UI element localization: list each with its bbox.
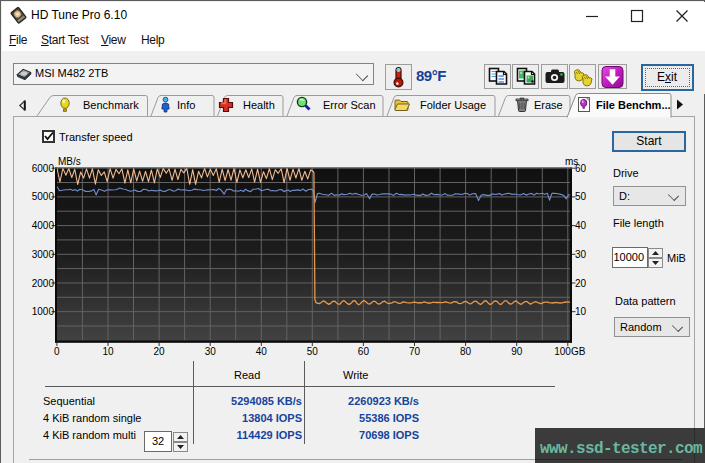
svg-text:70: 70 — [409, 346, 421, 357]
svg-text:Benchmark: Benchmark — [83, 99, 139, 111]
svg-text:2000: 2000 — [32, 278, 55, 289]
svg-text:5000: 5000 — [32, 191, 55, 202]
svg-text:Error Scan: Error Scan — [323, 99, 376, 111]
svg-text:3000: 3000 — [32, 249, 55, 260]
svg-text:40: 40 — [575, 220, 587, 231]
svg-text:10: 10 — [575, 306, 587, 317]
svg-text:MB/s: MB/s — [58, 156, 81, 167]
svg-text:1000: 1000 — [32, 306, 55, 317]
svg-text:90: 90 — [511, 346, 523, 357]
svg-text:100GB: 100GB — [554, 346, 585, 357]
svg-text:80: 80 — [460, 346, 472, 357]
svg-text:30: 30 — [205, 346, 217, 357]
svg-text:20: 20 — [154, 346, 166, 357]
svg-text:50: 50 — [575, 191, 587, 202]
svg-text:0: 0 — [54, 346, 60, 357]
svg-text:20: 20 — [575, 278, 587, 289]
svg-text:Folder Usage: Folder Usage — [420, 99, 486, 111]
svg-text:30: 30 — [575, 249, 587, 260]
svg-text:60: 60 — [575, 163, 587, 174]
svg-text:Info: Info — [177, 99, 195, 111]
svg-text:4000: 4000 — [32, 220, 55, 231]
svg-text:50: 50 — [307, 346, 319, 357]
svg-text:60: 60 — [358, 346, 370, 357]
svg-text:40: 40 — [256, 346, 268, 357]
svg-text:10: 10 — [102, 346, 114, 357]
svg-text:Health: Health — [243, 99, 275, 111]
svg-text:Erase: Erase — [534, 99, 563, 111]
svg-text:File Benchm...: File Benchm... — [596, 99, 671, 111]
svg-text:6000: 6000 — [32, 163, 55, 174]
